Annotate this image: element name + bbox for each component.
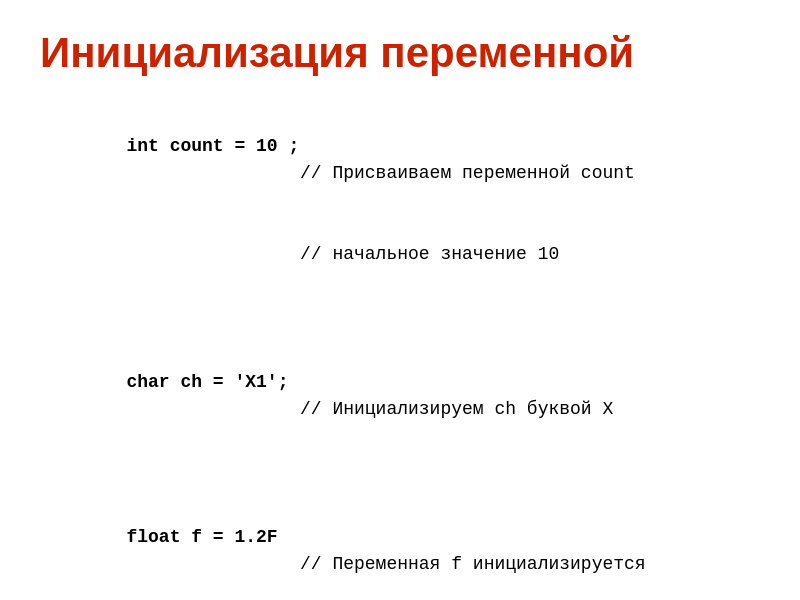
code-comment-1-1: // Присваиваем переменной count xyxy=(300,160,635,187)
code-comment-2-1: // Инициализируем ch буквой X xyxy=(300,396,613,423)
code-comment-1-2: // начальное значение 10 xyxy=(300,241,635,268)
code-block-1: int count = 10 ; // Присваиваем переменн… xyxy=(40,106,760,322)
code-left-2: char ch = 'X1'; xyxy=(40,342,300,423)
code-right-1: // Присваиваем переменной count // начал… xyxy=(300,106,635,322)
code-block-2: char ch = 'X1'; // Инициализируем ch бук… xyxy=(40,342,760,477)
page-container: Инициализация переменной int count = 10 … xyxy=(0,0,800,600)
code-comment-3-1: // Переменная f инициализируется xyxy=(300,551,646,578)
code-left-1: int count = 10 ; xyxy=(40,106,300,187)
code-line-1-1: int count = 10 ; xyxy=(126,136,299,156)
code-section: int count = 10 ; // Присваиваем переменн… xyxy=(40,106,760,600)
code-line-3-1: float f = 1.2F xyxy=(126,527,277,547)
page-title: Инициализация переменной xyxy=(40,30,760,76)
code-block-3: float f = 1.2F // Переменная f инициализ… xyxy=(40,497,760,600)
code-left-3: float f = 1.2F xyxy=(40,497,300,578)
code-right-3: // Переменная f инициализируется // числ… xyxy=(300,497,646,600)
code-right-2: // Инициализируем ch буквой X xyxy=(300,342,613,477)
code-line-2-1: char ch = 'X1'; xyxy=(126,372,288,392)
